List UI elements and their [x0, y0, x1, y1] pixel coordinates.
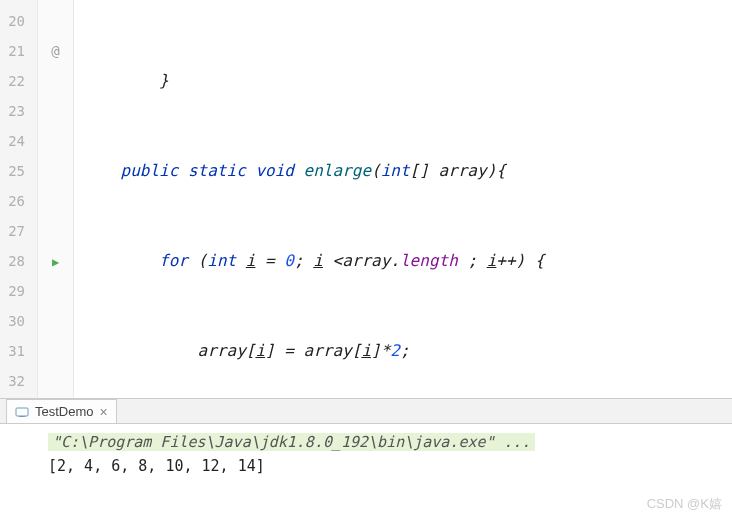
line-number: 31: [0, 336, 25, 366]
console-tab-bar: TestDemo ×: [0, 398, 732, 424]
line-number: 22: [0, 66, 25, 96]
line-gutter: 20 21 22 23 24 25 26 27 28 29 30 31 32: [0, 0, 38, 398]
line-number: 21: [0, 36, 25, 66]
line-number: 32: [0, 366, 25, 396]
line-number: 25: [0, 156, 25, 186]
console-tab[interactable]: TestDemo ×: [6, 399, 117, 423]
svg-rect-1: [19, 416, 25, 417]
code-area[interactable]: } public static void enlarge(int[] array…: [74, 0, 732, 398]
line-number: 30: [0, 306, 25, 336]
marker-column: @ ▶: [38, 0, 74, 398]
svg-rect-0: [16, 408, 28, 416]
close-icon[interactable]: ×: [100, 404, 108, 420]
line-number: 24: [0, 126, 25, 156]
change-marker: @: [38, 36, 73, 66]
code-editor: 20 21 22 23 24 25 26 27 28 29 30 31 32 @…: [0, 0, 732, 398]
line-number: 28: [0, 246, 25, 276]
line-number: 23: [0, 96, 25, 126]
line-number: 27: [0, 216, 25, 246]
console-output[interactable]: "C:\Program Files\Java\jdk1.8.0_192\bin\…: [0, 424, 732, 484]
command-line: "C:\Program Files\Java\jdk1.8.0_192\bin\…: [48, 433, 535, 451]
watermark: CSDN @K嬉: [647, 495, 722, 513]
output-line: [2, 4, 6, 8, 10, 12, 14]: [48, 454, 722, 478]
run-gutter-icon[interactable]: ▶: [38, 246, 73, 276]
run-config-icon: [15, 405, 29, 419]
tab-label: TestDemo: [35, 404, 94, 419]
line-number: 20: [0, 6, 25, 36]
line-number: 26: [0, 186, 25, 216]
line-number: 29: [0, 276, 25, 306]
